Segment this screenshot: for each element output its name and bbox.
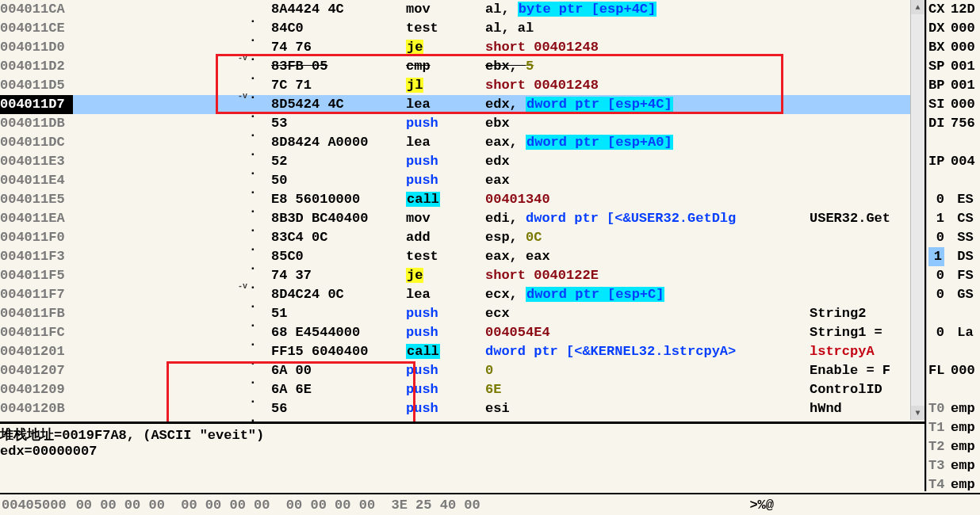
- bytes-cell: E8 56010000: [271, 190, 406, 209]
- register-row[interactable]: 1 DS: [927, 247, 980, 266]
- disasm-row[interactable]: 004011D0-v.74 76jeshort 00401248: [0, 38, 924, 57]
- register-row[interactable]: SP001: [927, 57, 980, 76]
- seg-name: GS: [949, 285, 974, 304]
- register-row[interactable]: CX12D: [927, 0, 980, 19]
- breakpoint-dot-icon[interactable]: .: [249, 238, 257, 257]
- register-row[interactable]: 0 FS: [927, 266, 980, 285]
- bytes-cell: 8D5424 4C: [271, 95, 406, 114]
- mnemonic-cell: add: [406, 228, 485, 247]
- register-row[interactable]: 0 GS: [927, 285, 980, 304]
- reg-name: IP: [928, 152, 951, 171]
- registers-pane[interactable]: CX12DDX000BX000SP001BP001SI000DI756IP004…: [926, 0, 980, 491]
- disasm-row[interactable]: 004011D5-v.7C 71jlshort 00401248: [0, 76, 924, 95]
- register-row[interactable]: DI756: [927, 114, 980, 133]
- register-row[interactable]: [927, 380, 980, 399]
- comment-cell: String1 =: [810, 323, 924, 342]
- register-row[interactable]: SI000: [927, 95, 980, 114]
- register-row[interactable]: IP004: [927, 152, 980, 171]
- disassembly-pane[interactable]: 004011CA.8A4424 4Cmoval, byte ptr [esp+4…: [0, 0, 926, 491]
- operands-cell: al, al: [485, 19, 810, 38]
- breakpoint-dot-icon[interactable]: .: [249, 105, 257, 124]
- breakpoint-dot-icon[interactable]: .: [249, 314, 257, 333]
- disasm-row[interactable]: 00401201.FF15 6040400calldword ptr [<&KE…: [0, 342, 924, 361]
- memory-dump-bar[interactable]: 00405000 00 00 00 00 00 00 00 00 00 00 0…: [0, 493, 980, 515]
- address-cell: 004011F0: [0, 228, 73, 247]
- register-row[interactable]: [927, 304, 980, 323]
- register-row[interactable]: FL000: [927, 361, 980, 380]
- operands-cell: ebx: [485, 114, 810, 133]
- bytes-cell: 6A 6E: [271, 380, 406, 399]
- disasm-scrollbar[interactable]: ▲ ▼: [910, 0, 924, 420]
- disasm-row[interactable]: 004011FB.51pushecxString2: [0, 304, 924, 323]
- breakpoint-dot-icon[interactable]: .: [249, 257, 257, 276]
- disasm-row[interactable]: 00401207.6A 00push0Enable = F: [0, 361, 924, 380]
- mnemonic-cell: mov: [406, 209, 485, 228]
- register-row[interactable]: [927, 342, 980, 361]
- operands-cell: eax, eax: [485, 247, 810, 266]
- disasm-row[interactable]: 004011F7.8D4C24 0Cleaecx, dword ptr [esp…: [0, 285, 924, 304]
- register-row[interactable]: BP001: [927, 76, 980, 95]
- reg-name: BX: [928, 38, 951, 57]
- disasm-row[interactable]: 004011D2.83FB 05cmpebx, 5: [0, 57, 924, 76]
- breakpoint-dot-icon[interactable]: .: [249, 29, 257, 48]
- breakpoint-dot-icon[interactable]: .: [249, 67, 257, 86]
- breakpoint-dot-icon[interactable]: .: [249, 181, 257, 200]
- breakpoint-dot-icon[interactable]: .: [249, 48, 257, 67]
- operands-cell: eax: [485, 171, 810, 190]
- register-row[interactable]: 0 ES: [927, 190, 980, 209]
- breakpoint-dot-icon[interactable]: .: [249, 333, 257, 352]
- bytes-cell: FF15 6040400: [271, 342, 406, 361]
- disasm-row[interactable]: 004011CA.8A4424 4Cmoval, byte ptr [esp+4…: [0, 0, 924, 19]
- operands-cell: 6E: [485, 380, 810, 399]
- disasm-row[interactable]: 004011DB.53pushebx: [0, 114, 924, 133]
- breakpoint-dot-icon[interactable]: .: [249, 219, 257, 238]
- disasm-row[interactable]: 004011EA.8B3D BC40400movedi, dword ptr […: [0, 209, 924, 228]
- breakpoint-dot-icon[interactable]: .: [249, 276, 257, 295]
- register-row[interactable]: T2emp: [927, 437, 980, 456]
- fpu-name: T1: [928, 418, 951, 437]
- register-row[interactable]: [927, 171, 980, 190]
- fpu-name: T4: [928, 475, 951, 494]
- register-row[interactable]: BX000: [927, 38, 980, 57]
- operands-cell: ecx, dword ptr [esp+C]: [485, 285, 810, 304]
- breakpoint-dot-icon[interactable]: .: [249, 124, 257, 143]
- disasm-row[interactable]: 004011DC.8D8424 A0000leaeax, dword ptr […: [0, 133, 924, 152]
- breakpoint-dot-icon[interactable]: .: [249, 143, 257, 162]
- hint-line-1: 堆栈地址=0019F7A8, (ASCII "eveit"): [0, 425, 924, 444]
- breakpoint-dot-icon[interactable]: .: [249, 10, 257, 29]
- breakpoint-dot-icon[interactable]: .: [249, 295, 257, 314]
- disasm-row[interactable]: 004011F3.85C0testeax, eax: [0, 247, 924, 266]
- mnemonic-cell: push: [406, 323, 485, 342]
- disasm-row[interactable]: 004011E4.50pusheax: [0, 171, 924, 190]
- scroll-up-icon[interactable]: ▲: [911, 0, 924, 14]
- register-row[interactable]: 1 CS: [927, 209, 980, 228]
- breakpoint-dot-icon[interactable]: .: [249, 200, 257, 219]
- breakpoint-dot-icon[interactable]: .: [249, 162, 257, 181]
- address-cell: 004011CE: [0, 19, 73, 38]
- disasm-row[interactable]: 004011F0.83C4 0Caddesp, 0C: [0, 228, 924, 247]
- breakpoint-dot-icon[interactable]: .: [249, 86, 257, 105]
- disasm-row[interactable]: 004011E3.52pushedx: [0, 152, 924, 171]
- breakpoint-dot-icon[interactable]: .: [249, 390, 257, 409]
- breakpoint-dot-icon[interactable]: .: [249, 371, 257, 390]
- register-row[interactable]: 0 La: [927, 323, 980, 342]
- mnemonic-cell: jl: [406, 76, 485, 95]
- mnemonic-cell: je: [406, 266, 485, 285]
- disasm-row[interactable]: 004011D7.8D5424 4Cleaedx, dword ptr [esp…: [0, 95, 924, 114]
- register-row[interactable]: T0emp: [927, 399, 980, 418]
- breakpoint-dot-icon[interactable]: .: [249, 352, 257, 371]
- register-row[interactable]: 0 SS: [927, 228, 980, 247]
- disasm-row[interactable]: 0040120B.56pushesihWnd: [0, 399, 924, 418]
- disasm-row[interactable]: 004011E5.E8 56010000call00401340: [0, 190, 924, 209]
- register-row[interactable]: [927, 133, 980, 152]
- disasm-row[interactable]: 00401209.6A 6Epush6EControlID: [0, 380, 924, 399]
- scroll-down-icon[interactable]: ▼: [911, 406, 924, 420]
- register-row[interactable]: T3emp: [927, 456, 980, 475]
- register-row[interactable]: T1emp: [927, 418, 980, 437]
- register-row[interactable]: DX000: [927, 19, 980, 38]
- reg-value: 756: [951, 114, 975, 133]
- disasm-row[interactable]: 004011FC.68 E4544000push004054E4String1 …: [0, 323, 924, 342]
- register-row[interactable]: T4emp: [927, 475, 980, 494]
- disasm-row[interactable]: 004011CE.84C0testal, al: [0, 19, 924, 38]
- disasm-row[interactable]: 004011F5-v.74 37jeshort 0040122E: [0, 266, 924, 285]
